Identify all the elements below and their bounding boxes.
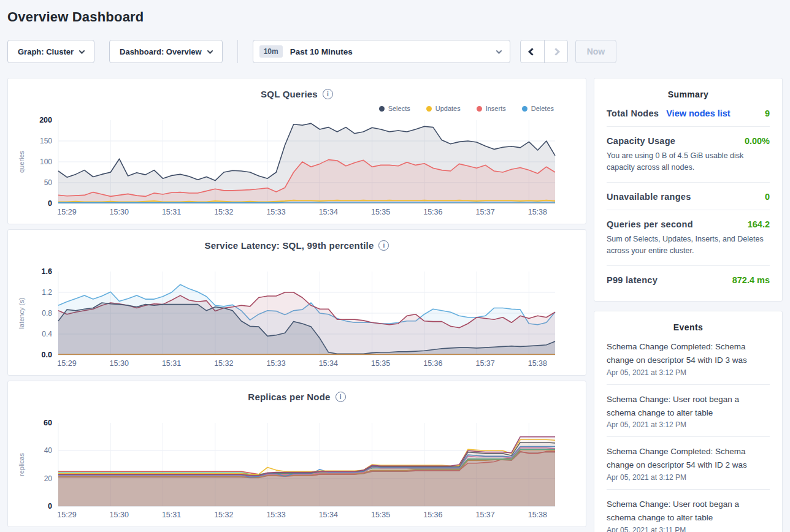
chart-canvas: queries05010015020015:2915:3015:3115:321… — [8, 115, 585, 219]
event-list-item[interactable]: Schema Change Completed: Schema change o… — [607, 437, 770, 490]
svg-text:15:30: 15:30 — [110, 208, 129, 216]
legend-label: Deletes — [531, 105, 554, 112]
p99-latency-value: 872.4 ms — [732, 275, 770, 285]
svg-text:0.0: 0.0 — [42, 351, 52, 359]
svg-text:15:38: 15:38 — [528, 359, 547, 368]
qps-value: 164.2 — [748, 219, 770, 229]
svg-text:0.8: 0.8 — [42, 309, 52, 317]
legend-dot-icon — [522, 106, 527, 112]
chevron-down-icon — [79, 48, 85, 54]
svg-text:15:38: 15:38 — [528, 511, 547, 519]
overview-dashboard-page: Overview Dashboard Graph: Cluster Dashbo… — [0, 0, 790, 532]
info-icon[interactable] — [378, 240, 389, 251]
chart-title: Service Latency: SQL, 99th percentile — [205, 240, 374, 251]
svg-text:0.4: 0.4 — [42, 330, 52, 338]
graph-dropdown[interactable]: Graph: Cluster — [7, 40, 94, 63]
time-range-badge: 10m — [259, 45, 283, 58]
svg-text:15:37: 15:37 — [475, 359, 494, 368]
qps-label: Queries per second — [607, 219, 693, 229]
event-list-item[interactable]: Schema Change: User root began a schema … — [607, 490, 770, 532]
time-back-button[interactable] — [521, 40, 544, 63]
svg-text:0: 0 — [48, 502, 52, 511]
svg-text:15:34: 15:34 — [319, 359, 338, 368]
chart-canvas: replicas020406015:2915:3015:3115:3215:33… — [8, 418, 585, 522]
svg-text:15:35: 15:35 — [371, 359, 390, 368]
chevron-left-icon — [528, 48, 536, 56]
legend-dot-icon — [426, 106, 432, 112]
events-title: Events — [607, 322, 770, 332]
summary-p99-latency: P99 latency 872.4 ms — [607, 266, 770, 293]
legend-item-inserts[interactable]: Inserts — [477, 105, 506, 112]
chevron-right-icon — [552, 48, 560, 56]
svg-text:1.2: 1.2 — [42, 288, 52, 297]
chart-title: Replicas per Node — [248, 392, 330, 402]
info-icon[interactable] — [323, 89, 333, 99]
capacity-usage-description: You are using 0 B of 4.5 GiB usable disk… — [607, 150, 770, 174]
main-content: SQL Queries SelectsUpdatesInsertsDeletes… — [7, 78, 783, 532]
svg-text:15:36: 15:36 — [423, 359, 442, 368]
svg-text:150: 150 — [40, 137, 52, 145]
legend-item-updates[interactable]: Updates — [426, 105, 461, 112]
event-list-item[interactable]: Schema Change: User root began a schema … — [607, 385, 770, 438]
legend-item-selects[interactable]: Selects — [379, 105, 410, 112]
legend-item-deletes[interactable]: Deletes — [522, 105, 554, 112]
chart-canvas: latency (s)0.00.40.81.21.615:2915:3015:3… — [8, 267, 585, 371]
event-text: Schema Change: User root began a schema … — [607, 498, 770, 525]
view-nodes-list-link[interactable]: View nodes list — [666, 108, 731, 118]
total-nodes-label: Total Nodes — [607, 108, 659, 118]
summary-total-nodes: Total Nodes View nodes list 9 — [607, 99, 770, 127]
svg-text:15:33: 15:33 — [266, 511, 285, 519]
svg-text:queries: queries — [18, 150, 25, 173]
time-range-selector[interactable]: 10m Past 10 Minutes — [253, 40, 510, 63]
svg-text:15:35: 15:35 — [371, 511, 390, 519]
legend-dot-icon — [477, 106, 482, 112]
now-button[interactable]: Now — [575, 40, 617, 63]
event-list-item[interactable]: Schema Change Completed: Schema change o… — [607, 332, 770, 385]
toolbar: Graph: Cluster Dashboard: Overview 10m P… — [7, 40, 783, 63]
chart-legend — [8, 405, 586, 418]
qps-description: Sum of Selects, Updates, Inserts, and De… — [607, 234, 770, 257]
summary-title: Summary — [607, 89, 770, 99]
svg-text:15:31: 15:31 — [162, 511, 181, 519]
svg-text:15:29: 15:29 — [57, 359, 76, 368]
graph-dropdown-label: Graph: Cluster — [18, 47, 74, 56]
legend-label: Inserts — [486, 105, 506, 112]
sql-queries-chart-card: SQL Queries SelectsUpdatesInsertsDeletes… — [7, 78, 586, 224]
summary-panel: Summary Total Nodes View nodes list 9 Ca… — [594, 78, 783, 302]
svg-text:15:36: 15:36 — [423, 511, 442, 519]
event-timestamp: Apr 05, 2021 at 3:12 PM — [607, 368, 770, 377]
svg-text:100: 100 — [40, 158, 52, 166]
time-range-label: Past 10 Minutes — [290, 47, 497, 56]
event-timestamp: Apr 05, 2021 at 3:12 PM — [607, 420, 770, 429]
replicas-per-node-chart-card: Replicas per Node replicas020406015:2915… — [7, 381, 586, 527]
svg-text:0: 0 — [48, 199, 52, 208]
dashboard-dropdown[interactable]: Dashboard: Overview — [109, 40, 223, 63]
event-text: Schema Change Completed: Schema change o… — [607, 340, 770, 367]
unavailable-ranges-label: Unavailable ranges — [607, 192, 691, 202]
svg-text:200: 200 — [39, 116, 52, 124]
chart-legend — [8, 253, 586, 267]
summary-queries-per-second: Queries per second 164.2 Sum of Selects,… — [607, 210, 770, 266]
p99-latency-label: P99 latency — [607, 275, 658, 285]
svg-text:15:37: 15:37 — [475, 208, 494, 216]
event-timestamp: Apr 05, 2021 at 3:12 PM — [607, 473, 770, 482]
summary-unavailable-ranges: Unavailable ranges 0 — [607, 183, 770, 210]
summary-capacity-usage: Capacity Usage 0.00% You are using 0 B o… — [607, 127, 770, 183]
svg-text:15:33: 15:33 — [266, 359, 285, 368]
chart-title: SQL Queries — [261, 89, 318, 99]
time-forward-button[interactable] — [544, 40, 567, 63]
svg-text:1.6: 1.6 — [42, 267, 52, 276]
legend-label: Updates — [435, 105, 461, 112]
svg-text:15:32: 15:32 — [214, 511, 233, 519]
time-nav-group — [520, 40, 568, 63]
capacity-usage-value: 0.00% — [745, 136, 770, 146]
unavailable-ranges-value: 0 — [765, 192, 770, 202]
event-text: Schema Change: User root began a schema … — [607, 393, 770, 420]
charts-column: SQL Queries SelectsUpdatesInsertsDeletes… — [7, 78, 586, 527]
svg-text:15:32: 15:32 — [214, 208, 233, 216]
page-title: Overview Dashboard — [7, 0, 783, 25]
svg-text:15:30: 15:30 — [110, 511, 129, 519]
svg-text:15:32: 15:32 — [214, 359, 233, 368]
info-icon[interactable] — [336, 392, 346, 402]
svg-text:15:35: 15:35 — [371, 208, 390, 216]
